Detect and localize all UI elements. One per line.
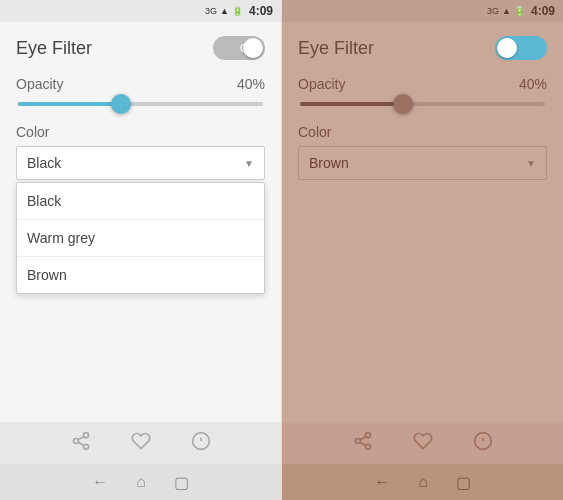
- svg-point-0: [83, 432, 88, 437]
- nav-bar-right: ← ⌂ ▢: [282, 464, 563, 500]
- home-icon-right[interactable]: ⌂: [418, 473, 428, 491]
- status-icons-right: 3G ▲ 🔋: [487, 6, 525, 16]
- opacity-value-right: 40%: [519, 76, 547, 92]
- content-right: Eye Filter ON Opacity 40% Color: [282, 22, 563, 422]
- slider-fill-left: [18, 102, 121, 106]
- slider-container-left[interactable]: [16, 102, 265, 106]
- color-dropdown-right[interactable]: Brown ▼: [298, 146, 547, 180]
- toggle-knob-right: [497, 38, 517, 58]
- dropdown-selected-right: Brown: [309, 155, 349, 171]
- svg-line-12: [360, 436, 366, 439]
- signal-icon-right: 3G: [487, 6, 499, 16]
- content-left: Eye Filter OFF Opacity 40% Color: [0, 22, 281, 422]
- app-title-right: Eye Filter: [298, 38, 374, 59]
- wifi-icon-right: ▲: [502, 6, 511, 16]
- battery-icon-right: 🔋: [514, 6, 525, 16]
- toggle-knob-left: [243, 38, 263, 58]
- signal-icon-left: 3G: [205, 6, 217, 16]
- back-icon-right[interactable]: ←: [374, 473, 390, 491]
- toggle-left[interactable]: OFF: [213, 36, 265, 60]
- status-bar-left: 3G ▲ 🔋 4:09: [0, 0, 281, 22]
- opacity-label-right: Opacity: [298, 76, 345, 92]
- svg-point-2: [83, 444, 88, 449]
- favorite-icon-right[interactable]: [413, 431, 433, 456]
- color-label-right: Color: [298, 124, 547, 140]
- dropdown-selected-left: Black: [27, 155, 61, 171]
- toggle-right[interactable]: ON: [495, 36, 547, 60]
- slider-track-right: [300, 102, 545, 106]
- dropdown-menu-left: Black Warm grey Brown: [16, 182, 265, 294]
- opacity-row-left: Opacity 40%: [16, 76, 265, 92]
- slider-container-right[interactable]: [298, 102, 547, 106]
- opacity-row-right: Opacity 40%: [298, 76, 547, 92]
- status-bar-right: 3G ▲ 🔋 4:09: [282, 0, 563, 22]
- time-left: 4:09: [249, 4, 273, 18]
- action-bar-right: [282, 422, 563, 464]
- recents-icon-left[interactable]: ▢: [174, 473, 189, 492]
- svg-point-8: [365, 432, 370, 437]
- svg-line-3: [78, 442, 84, 445]
- app-title-left: Eye Filter: [16, 38, 92, 59]
- color-dropdown-left[interactable]: Black ▼: [16, 146, 265, 180]
- slider-thumb-right[interactable]: [393, 94, 413, 114]
- time-right: 4:09: [531, 4, 555, 18]
- color-label-left: Color: [16, 124, 265, 140]
- svg-point-10: [365, 444, 370, 449]
- action-bar-left: [0, 422, 281, 464]
- screen-left: 3G ▲ 🔋 4:09 Eye Filter OFF Opacity 40%: [0, 0, 282, 500]
- recents-icon-right[interactable]: ▢: [456, 473, 471, 492]
- wifi-icon-left: ▲: [220, 6, 229, 16]
- battery-icon-left: 🔋: [232, 6, 243, 16]
- dropdown-item-black[interactable]: Black: [17, 183, 264, 220]
- opacity-value-left: 40%: [237, 76, 265, 92]
- dropdown-arrow-right: ▼: [526, 158, 536, 169]
- dropdown-item-warm-grey[interactable]: Warm grey: [17, 220, 264, 257]
- title-row-right: Eye Filter ON: [298, 36, 547, 60]
- svg-point-1: [73, 438, 78, 443]
- info-icon-left[interactable]: [191, 431, 211, 456]
- home-icon-left[interactable]: ⌂: [136, 473, 146, 491]
- opacity-label-left: Opacity: [16, 76, 63, 92]
- screen-right: 3G ▲ 🔋 4:09 Eye Filter ON Opacity 40%: [282, 0, 563, 500]
- slider-track-left: [18, 102, 263, 106]
- dropdown-arrow-left: ▼: [244, 158, 254, 169]
- info-icon-right[interactable]: [473, 431, 493, 456]
- favorite-icon-left[interactable]: [131, 431, 151, 456]
- share-icon-left[interactable]: [71, 431, 91, 456]
- dropdown-item-brown[interactable]: Brown: [17, 257, 264, 293]
- title-row-left: Eye Filter OFF: [16, 36, 265, 60]
- slider-thumb-left[interactable]: [111, 94, 131, 114]
- slider-fill-right: [300, 102, 403, 106]
- nav-bar-left: ← ⌂ ▢: [0, 464, 281, 500]
- svg-line-4: [78, 436, 84, 439]
- svg-line-11: [360, 442, 366, 445]
- status-icons-left: 3G ▲ 🔋: [205, 6, 243, 16]
- back-icon-left[interactable]: ←: [92, 473, 108, 491]
- svg-point-9: [355, 438, 360, 443]
- share-icon-right[interactable]: [353, 431, 373, 456]
